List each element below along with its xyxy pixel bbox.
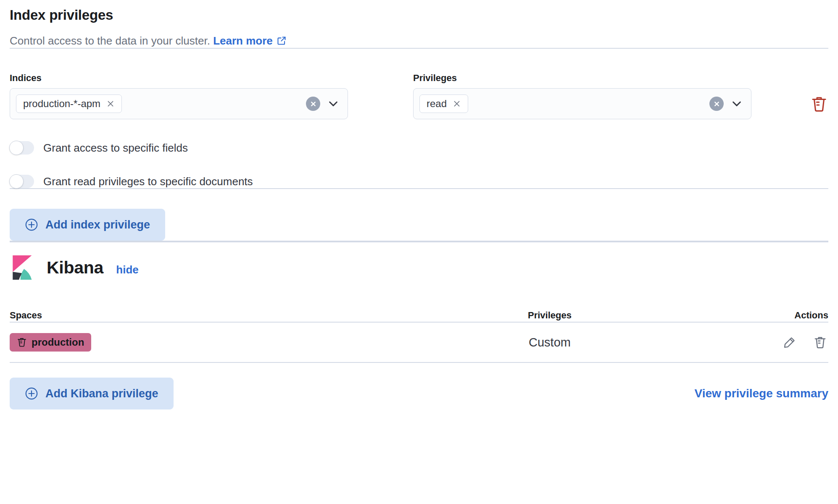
actions-cell: [676, 336, 828, 349]
learn-more-link[interactable]: Learn more: [213, 34, 273, 47]
kibana-privileges-table: Spaces Privileges Actions production Cus…: [10, 309, 828, 363]
grant-fields-label: Grant access to specific fields: [43, 142, 188, 155]
privileges-label: Privileges: [413, 72, 751, 84]
space-badge-label: production: [32, 336, 84, 348]
spaces-column-header: Spaces: [10, 310, 424, 321]
clear-privileges-button[interactable]: [709, 97, 724, 111]
external-link-icon: [277, 36, 287, 46]
toggle-knob: [9, 141, 24, 155]
table-row: production Custom: [10, 323, 828, 363]
edit-space-privilege-button[interactable]: [783, 336, 796, 349]
trash-icon: [814, 336, 827, 349]
space-trash-icon: [17, 337, 27, 347]
spaces-cell: production: [10, 333, 424, 352]
clear-indices-button[interactable]: [306, 97, 320, 111]
indices-pill-label: production-*-apm: [23, 98, 100, 110]
kibana-titles: Kibana hide: [47, 258, 139, 278]
subtitle-text: Control access to the data in your clust…: [10, 34, 210, 47]
actions-column-header: Actions: [676, 310, 828, 321]
kibana-title: Kibana: [47, 258, 103, 277]
remove-index-icon[interactable]: [106, 100, 115, 108]
table-header-row: Spaces Privileges Actions: [10, 309, 828, 322]
index-privilege-row: Indices production-*-apm Privileges: [10, 72, 828, 119]
indices-field: Indices production-*-apm: [10, 72, 348, 119]
privileges-pill: read: [419, 94, 468, 113]
space-badge: production: [10, 333, 91, 352]
trash-icon: [811, 96, 827, 113]
privileges-field: Privileges read: [413, 72, 751, 119]
indices-label: Indices: [10, 72, 348, 84]
page-subtitle: Control access to the data in your clust…: [10, 34, 828, 48]
add-kibana-privilege-label: Add Kibana privilege: [45, 387, 158, 400]
chevron-down-icon[interactable]: [327, 98, 339, 110]
delete-space-privilege-button[interactable]: [814, 336, 827, 349]
clear-icon: [714, 101, 720, 107]
document-toggle-row: Grant read privileges to specific docume…: [10, 175, 828, 188]
form-divider: [10, 188, 828, 189]
privilege-cell: Custom: [424, 336, 676, 349]
plus-circle-icon: [25, 387, 38, 400]
privileges-combobox[interactable]: read: [413, 88, 751, 119]
grant-documents-label: Grant read privileges to specific docume…: [43, 175, 253, 188]
privilege-value: Custom: [529, 336, 571, 349]
pencil-icon: [783, 336, 796, 349]
grant-fields-toggle[interactable]: [10, 141, 34, 155]
privileges-column-header: Privileges: [424, 310, 676, 321]
grant-documents-toggle[interactable]: [10, 175, 34, 188]
add-kibana-privilege-button[interactable]: Add Kibana privilege: [10, 378, 174, 410]
kibana-hide-link[interactable]: hide: [116, 263, 138, 276]
indices-pill: production-*-apm: [16, 94, 122, 113]
delete-index-privilege-button[interactable]: [811, 96, 827, 114]
section-divider: [10, 48, 828, 49]
kibana-footer: Add Kibana privilege View privilege summ…: [10, 378, 828, 410]
kibana-section-divider: [10, 242, 828, 242]
add-index-privilege-label: Add index privilege: [45, 218, 150, 231]
field-toggle-row: Grant access to specific fields: [10, 141, 828, 155]
view-privilege-summary-link[interactable]: View privilege summary: [694, 387, 828, 400]
privileges-pill-label: read: [427, 98, 447, 110]
remove-privilege-icon[interactable]: [453, 100, 461, 108]
plus-circle-icon: [25, 218, 38, 231]
chevron-down-icon[interactable]: [731, 98, 743, 110]
indices-combobox[interactable]: production-*-apm: [10, 88, 348, 119]
add-index-privilege-button[interactable]: Add index privilege: [10, 209, 165, 241]
clear-icon: [310, 101, 316, 107]
toggle-knob: [9, 174, 24, 189]
kibana-logo: [10, 255, 34, 280]
page-title: Index privileges: [10, 7, 828, 24]
kibana-header: Kibana hide: [10, 255, 828, 280]
